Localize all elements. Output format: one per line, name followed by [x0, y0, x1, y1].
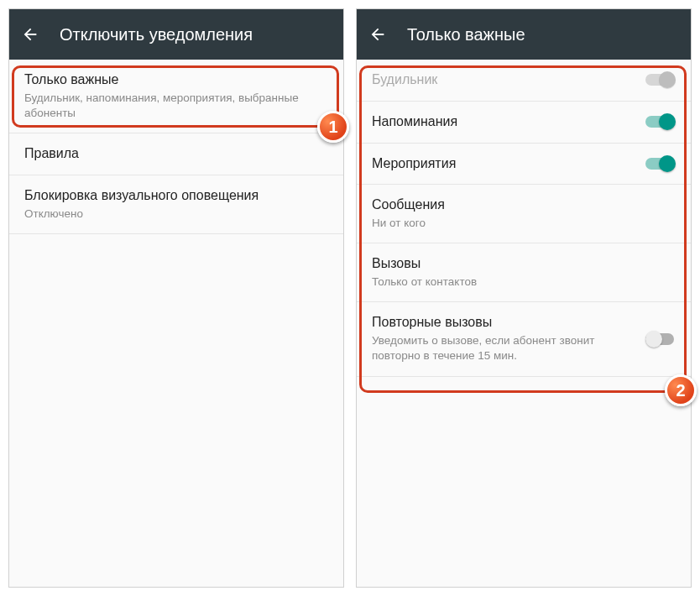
settings-list-left: Только важные Будильник, напоминания, ме… [9, 60, 343, 234]
back-arrow-icon[interactable] [368, 25, 387, 44]
item-repeat-calls[interactable]: Повторные вызовы Уведомить о вызове, есл… [357, 302, 691, 376]
item-alarm: Будильник [357, 60, 691, 102]
switch-alarm [645, 71, 676, 88]
appbar-left: Отключить уведомления [9, 9, 343, 60]
switch-reminders[interactable] [645, 113, 676, 130]
item-rules[interactable]: Правила [9, 133, 343, 175]
phone-screen-right: Только важные Будильник Напоминания Меро… [356, 8, 692, 588]
appbar-title: Только важные [407, 25, 525, 44]
item-label: Будильник [372, 71, 637, 89]
item-label: Правила [24, 145, 320, 163]
item-label: Сообщения [372, 196, 667, 214]
settings-list-right: Будильник Напоминания Мероприятия [357, 60, 691, 377]
item-calls[interactable]: Вызовы Только от контактов [357, 243, 691, 302]
item-label: Напоминания [372, 113, 637, 131]
item-label: Мероприятия [372, 155, 637, 173]
item-label: Блокировка визуального оповещения [24, 187, 320, 205]
item-label: Только важные [24, 71, 320, 89]
item-summary: Уведомить о вызове, если абонент звонит … [372, 333, 637, 363]
item-events[interactable]: Мероприятия [357, 144, 691, 186]
item-reminders[interactable]: Напоминания [357, 102, 691, 144]
switch-events[interactable] [645, 155, 676, 172]
item-priority-only[interactable]: Только важные Будильник, напоминания, ме… [9, 60, 343, 133]
item-label: Вызовы [372, 255, 667, 273]
phone-screen-left: Отключить уведомления Только важные Буди… [8, 8, 344, 588]
item-summary: Будильник, напоминания, мероприятия, выб… [24, 91, 320, 121]
item-visual-block[interactable]: Блокировка визуального оповещения Отключ… [9, 175, 343, 234]
item-label: Повторные вызовы [372, 314, 637, 332]
item-summary: Отключено [24, 207, 320, 222]
appbar-title: Отключить уведомления [60, 25, 253, 44]
item-summary: Только от контактов [372, 274, 667, 290]
item-messages[interactable]: Сообщения Ни от кого [357, 185, 691, 243]
back-arrow-icon[interactable] [21, 25, 39, 44]
item-summary: Ни от кого [372, 216, 667, 231]
appbar-right: Только важные [357, 9, 691, 60]
switch-repeat-calls[interactable] [645, 331, 676, 348]
